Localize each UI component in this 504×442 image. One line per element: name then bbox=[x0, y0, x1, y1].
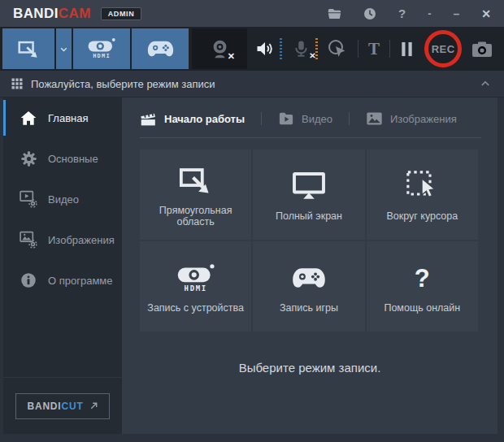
tile-fullscreen[interactable]: Полный экран bbox=[253, 150, 364, 240]
microphone-group: ✕ bbox=[292, 38, 318, 59]
tab-bar: Начало работы Видео Изображения bbox=[140, 100, 481, 138]
minimize-icon[interactable]: – bbox=[453, 8, 459, 20]
tab-divider bbox=[349, 112, 350, 125]
external-link-icon bbox=[89, 401, 98, 410]
timer-icon[interactable] bbox=[363, 7, 376, 20]
screen-region-icon bbox=[18, 39, 40, 59]
sidebar: Главная Основные Видео Изображения О про… bbox=[3, 98, 122, 434]
question-mark-icon: ? bbox=[415, 259, 430, 297]
image-icon bbox=[366, 111, 383, 126]
speaker-toggle-button[interactable] bbox=[255, 39, 275, 58]
close-icon[interactable]: ✕ bbox=[481, 8, 491, 20]
image-settings-icon bbox=[20, 231, 37, 249]
record-mode-region-button[interactable] bbox=[2, 28, 54, 69]
tray-minimize-icon[interactable]: - bbox=[428, 8, 431, 19]
record-mode-dropdown-button[interactable] bbox=[56, 28, 72, 69]
hdmi-device-icon bbox=[88, 38, 115, 52]
clock-icon bbox=[363, 7, 376, 20]
grid-icon bbox=[11, 78, 23, 89]
bandicut-brand: BANDICUT bbox=[27, 401, 83, 412]
tile-online-help[interactable]: ? Помощь онлайн bbox=[367, 241, 478, 332]
record-mode-group: HDMI ✕ bbox=[0, 27, 247, 71]
tile-rectangle-region[interactable]: Прямоугольная область bbox=[140, 150, 251, 240]
monitor-icon bbox=[292, 167, 326, 205]
text-overlay-button[interactable]: T bbox=[368, 39, 380, 59]
collapse-panel-button[interactable] bbox=[478, 76, 493, 91]
toolbar-divider bbox=[389, 40, 390, 58]
text-tool-glyph: T bbox=[368, 39, 380, 59]
clapperboard-icon bbox=[140, 111, 157, 127]
tab-divider bbox=[261, 112, 262, 125]
webcam-toggle-button[interactable]: ✕ bbox=[192, 28, 247, 69]
webcam-off-mark: ✕ bbox=[228, 51, 235, 62]
sidebar-item-label: Изображения bbox=[48, 234, 115, 246]
game-controller-icon bbox=[146, 40, 175, 58]
sidebar-item-images[interactable]: Изображения bbox=[3, 219, 122, 260]
rec-label: REC bbox=[432, 43, 455, 55]
speaker-level-meter bbox=[280, 38, 282, 59]
tile-around-cursor[interactable]: Вокруг курсора bbox=[367, 150, 478, 240]
main-panel: Начало работы Видео Изображения Прямоуго… bbox=[122, 98, 497, 434]
tile-label: Вокруг курсора bbox=[386, 210, 458, 222]
tile-label: Прямоугольная область bbox=[140, 205, 251, 228]
microphone-toggle-button[interactable]: ✕ bbox=[292, 40, 311, 58]
titlebar: BANDICAM ADMIN ? - – ✕ bbox=[0, 0, 504, 27]
tab-getting-started[interactable]: Начало работы bbox=[140, 111, 245, 127]
tab-video[interactable]: Видео bbox=[278, 111, 332, 126]
sidebar-item-label: Главная bbox=[48, 112, 88, 124]
home-icon bbox=[20, 110, 37, 126]
mouse-click-icon bbox=[327, 38, 348, 59]
logo-text-white: BANDI bbox=[13, 6, 59, 22]
mouse-click-effect-button[interactable] bbox=[327, 38, 348, 59]
screenshot-button[interactable] bbox=[471, 41, 493, 58]
record-mode-device-button[interactable]: HDMI bbox=[73, 28, 130, 69]
info-icon bbox=[20, 272, 37, 288]
tile-label: Запись с устройства bbox=[147, 302, 244, 314]
window-body: Главная Основные Видео Изображения О про… bbox=[0, 98, 504, 442]
tile-game-recording[interactable]: Запись игры bbox=[253, 241, 364, 332]
sidebar-item-label: Видео bbox=[48, 193, 79, 206]
tab-images[interactable]: Изображения bbox=[366, 111, 457, 126]
logo-text-red: CAM bbox=[59, 6, 91, 22]
help-icon[interactable]: ? bbox=[398, 7, 406, 20]
tab-label: Изображения bbox=[390, 113, 457, 125]
microphone-icon bbox=[292, 40, 311, 58]
hdmi-device-icon: HDMI bbox=[177, 259, 215, 297]
record-mode-grid: Прямоугольная область Полный экран Вокру… bbox=[140, 150, 478, 332]
video-folder-icon bbox=[278, 111, 294, 126]
sidebar-item-general[interactable]: Основные bbox=[3, 138, 122, 179]
active-indicator bbox=[3, 100, 6, 136]
tile-device-recording[interactable]: HDMI Запись с устройства bbox=[140, 241, 251, 332]
tab-label: Начало работы bbox=[164, 113, 245, 125]
dotted-cursor-icon bbox=[406, 167, 438, 205]
sidebar-item-home[interactable]: Главная bbox=[3, 98, 122, 138]
sidebar-item-about[interactable]: О программе bbox=[3, 260, 122, 301]
tile-label: Помощь онлайн bbox=[384, 302, 460, 314]
bandicam-window: BANDICAM ADMIN ? - – ✕ HDMI bbox=[0, 0, 504, 442]
toolbar-divider bbox=[358, 40, 358, 58]
admin-badge: ADMIN bbox=[101, 7, 142, 20]
record-mode-game-button[interactable] bbox=[132, 28, 189, 69]
record-button[interactable]: REC bbox=[424, 30, 462, 67]
bandicut-button[interactable]: BANDICUT bbox=[15, 393, 109, 419]
sidebar-footer: BANDICUT bbox=[3, 377, 122, 434]
sidebar-item-label: Основные bbox=[48, 153, 98, 165]
prompt-text: Пожалуйста, выберите режим записи bbox=[31, 78, 215, 90]
microphone-off-mark: ✕ bbox=[309, 51, 315, 60]
output-folder-icon[interactable] bbox=[328, 8, 341, 20]
pause-button[interactable] bbox=[399, 41, 415, 58]
folder-icon bbox=[328, 8, 341, 20]
speaker-group bbox=[255, 38, 282, 59]
pause-icon bbox=[399, 41, 415, 58]
app-logo: BANDICAM bbox=[13, 6, 91, 22]
screen-region-icon bbox=[179, 162, 213, 199]
hdmi-label: HDMI bbox=[93, 53, 111, 59]
gear-icon bbox=[20, 150, 37, 167]
toolbar: HDMI ✕ ✕ bbox=[0, 27, 504, 71]
speaker-icon bbox=[255, 39, 275, 58]
game-controller-icon bbox=[291, 259, 327, 297]
toolbar-tools: ✕ T REC bbox=[247, 27, 504, 71]
sidebar-item-video[interactable]: Видео bbox=[3, 179, 122, 219]
camera-icon bbox=[471, 41, 493, 58]
tile-label: Полный экран bbox=[276, 210, 342, 222]
